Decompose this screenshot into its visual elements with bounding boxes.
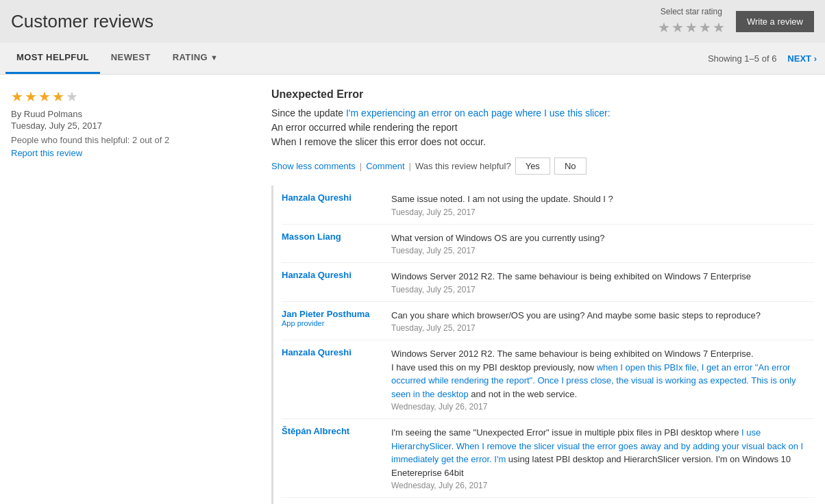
comment-author-col: Masson Liang — [282, 231, 391, 256]
reviewer-name: By Ruud Polmans — [11, 109, 258, 119]
tab-most-helpful[interactable]: MOST HELPFUL — [5, 42, 100, 74]
header-right: Select star rating ★ ★ ★ ★ ★ Write a rev… — [658, 7, 814, 36]
star-rating-selector[interactable]: Select star rating ★ ★ ★ ★ ★ — [658, 7, 725, 36]
chevron-down-icon: ▼ — [210, 53, 218, 62]
star-2[interactable]: ★ — [672, 19, 684, 36]
comment-author[interactable]: Jan Pieter Posthuma — [282, 309, 391, 319]
comment-text: Same issue noted. I am not using the upd… — [391, 192, 814, 206]
review-star-3: ★ — [38, 88, 51, 105]
tabs-bar: MOST HELPFUL NEWEST RATING ▼ Showing 1–5… — [0, 42, 825, 75]
yes-button[interactable]: Yes — [515, 158, 550, 175]
comment-item: Masson Liang What version of Windows OS … — [282, 225, 814, 264]
comment-link[interactable]: Comment — [366, 161, 404, 171]
comment-body-col: What version of Windows OS are you curre… — [391, 231, 814, 256]
comment-item: Hanzala Qureshi Same issue noted. I am n… — [282, 186, 814, 225]
comment-author[interactable]: Hanzala Qureshi — [282, 347, 391, 357]
review-title: Unexpected Error — [271, 88, 814, 101]
comment-text: What version of Windows OS are you curre… — [391, 231, 814, 245]
reviewer-date: Tuesday, July 25, 2017 — [11, 121, 258, 131]
comment-author[interactable]: Masson Liang — [282, 231, 391, 242]
helpful-question: Was this review helpful? — [415, 161, 511, 171]
comment-body-col: Windows Server 2012 R2. The same behavio… — [391, 270, 814, 294]
next-button[interactable]: NEXT › — [785, 48, 820, 69]
review-star-5: ★ — [66, 88, 78, 105]
helpful-text: People who found this helpful: 2 out of … — [11, 135, 258, 145]
comment-author[interactable]: Hanzala Qureshi — [282, 192, 391, 203]
star-1[interactable]: ★ — [658, 19, 670, 36]
comment-date: Wednesday, July 26, 2017 — [391, 481, 814, 490]
comment-item: Hanzala Qureshi Windows Server 2012 R2. … — [282, 340, 814, 419]
comment-item: Hanzala Qureshi Windows Server 2012 R2. … — [282, 263, 814, 302]
star-rating-label: Select star rating — [661, 7, 722, 16]
comment-text: Windows Server 2012 R2. The same behavio… — [391, 270, 814, 284]
star-rating-stars[interactable]: ★ ★ ★ ★ ★ — [658, 19, 725, 36]
review-line-1: Since the update I'm experiencing an err… — [271, 106, 814, 121]
comment-date: Tuesday, July 25, 2017 — [391, 285, 814, 294]
review-right: Unexpected Error Since the update I'm ex… — [271, 88, 814, 504]
review-container: ★ ★ ★ ★ ★ By Ruud Polmans Tuesday, July … — [0, 75, 825, 504]
comment-author-col: Hanzala Qureshi — [282, 270, 391, 294]
review-body: Since the update I'm experiencing an err… — [271, 106, 814, 149]
comment-author-tag: App provider — [282, 319, 391, 327]
write-review-button[interactable]: Write a review — [736, 11, 814, 32]
comment-date: Wednesday, July 26, 2017 — [391, 402, 814, 412]
comment-highlight: I use HierarchySlicer. When I remove the… — [391, 427, 803, 464]
comment-highlight: when I open this PBIx file, I get an err… — [391, 362, 796, 399]
review-star-4: ★ — [52, 88, 64, 105]
review-left: ★ ★ ★ ★ ★ By Ruud Polmans Tuesday, July … — [11, 88, 271, 504]
review-star-1: ★ — [11, 88, 23, 105]
comment-text: Can you share which browser/OS you are u… — [391, 309, 814, 323]
comment-date: Tuesday, July 25, 2017 — [391, 246, 814, 255]
review-line-3: When I remove the slicer this error does… — [271, 135, 814, 149]
comments-section: Hanzala Qureshi Same issue noted. I am n… — [271, 186, 814, 504]
comment-author-col: Jan Pieter Posthuma App provider — [282, 309, 391, 333]
chevron-right-icon: › — [814, 53, 817, 64]
comment-item: Štěpán Albrecht I'm seeing the same "Une… — [282, 419, 814, 498]
showing-text: Showing 1–5 of 6 — [700, 53, 785, 64]
comment-body-col: I'm seeing the same "Unexpected Error" i… — [391, 426, 814, 490]
comment-author[interactable]: Štěpán Albrecht — [282, 426, 391, 436]
comment-item: Jan Pieter Posthuma App provider Thanks … — [282, 498, 814, 504]
comment-item: Jan Pieter Posthuma App provider Can you… — [282, 302, 814, 341]
comment-body-col: Same issue noted. I am not using the upd… — [391, 192, 814, 217]
comment-author-col: Hanzala Qureshi — [282, 347, 391, 412]
show-less-link[interactable]: Show less comments — [271, 161, 356, 171]
page-title: Customer reviews — [11, 11, 153, 32]
comment-text: I'm seeing the same "Unexpected Error" i… — [391, 426, 814, 479]
comment-body-col: Can you share which browser/OS you are u… — [391, 309, 814, 333]
star-5[interactable]: ★ — [713, 19, 725, 36]
star-3[interactable]: ★ — [685, 19, 698, 36]
no-button[interactable]: No — [554, 158, 587, 175]
tab-newest[interactable]: NEWEST — [100, 42, 162, 74]
comment-author-col: Štěpán Albrecht — [282, 426, 391, 490]
review-line-2: An error occurred while rendering the re… — [271, 121, 814, 135]
comment-author-col: Hanzala Qureshi — [282, 192, 391, 217]
review-stars: ★ ★ ★ ★ ★ — [11, 88, 258, 105]
comment-text: Windows Server 2012 R2. The same behavio… — [391, 347, 814, 401]
comment-author[interactable]: Hanzala Qureshi — [282, 270, 391, 280]
comment-date: Tuesday, July 25, 2017 — [391, 207, 814, 217]
comment-date: Tuesday, July 25, 2017 — [391, 323, 814, 333]
review-line-1-highlight: I'm experiencing an error on each page w… — [346, 108, 611, 118]
report-review-link[interactable]: Report this review — [11, 148, 258, 158]
tab-rating[interactable]: RATING ▼ — [162, 42, 230, 74]
review-actions: Show less comments | Comment | Was this … — [271, 158, 814, 175]
review-star-2: ★ — [25, 88, 37, 105]
star-4[interactable]: ★ — [699, 19, 711, 36]
comment-body-col: Windows Server 2012 R2. The same behavio… — [391, 347, 814, 412]
header-bar: Customer reviews Select star rating ★ ★ … — [0, 0, 825, 42]
